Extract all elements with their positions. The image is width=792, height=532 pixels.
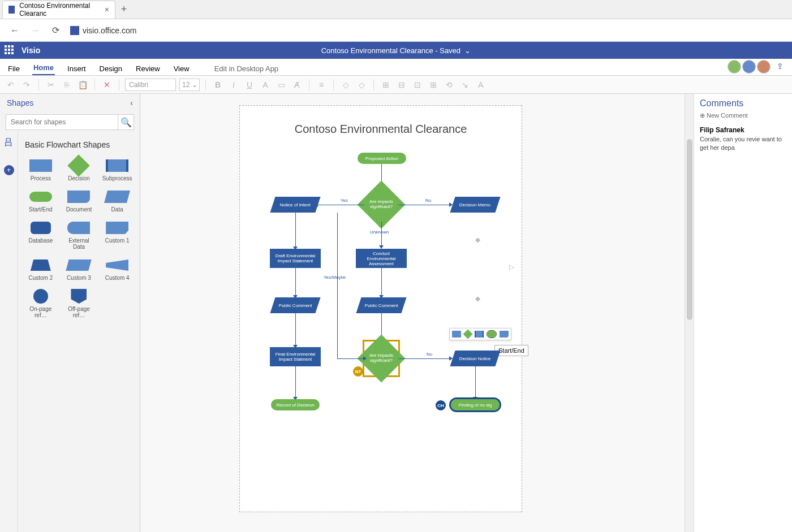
bold-button[interactable]: B	[212, 79, 224, 91]
shape-decision[interactable]: Decision	[61, 156, 97, 184]
new-comment-button[interactable]: New Comment	[700, 112, 786, 119]
node-record-decision[interactable]: Record of Decision	[271, 399, 320, 410]
shape-custom3[interactable]: Custom 3	[61, 256, 97, 283]
qs-document-icon[interactable]	[500, 331, 509, 338]
shape-process[interactable]: Process	[23, 156, 59, 184]
node-public-comment-1[interactable]: Public Comment	[270, 297, 320, 313]
node-impacts-significant[interactable]: Are impacts significant?	[364, 188, 398, 222]
font-color-button[interactable]: A	[259, 79, 272, 91]
node-finding[interactable]: Finding of no sig	[451, 399, 500, 410]
presence-avatar[interactable]	[742, 60, 756, 73]
shape-subprocess[interactable]: Subprocess	[99, 156, 135, 184]
node-impacts-significant-2[interactable]: Are impacts significant?	[364, 341, 398, 375]
undo-button[interactable]: ↶	[5, 79, 17, 91]
comments-title: Comments	[700, 98, 786, 109]
tab-design[interactable]: Design	[98, 62, 123, 75]
qs-decision-icon[interactable]	[463, 330, 473, 339]
presence-avatar[interactable]	[728, 60, 741, 73]
node-notice-intent[interactable]: Notice of Intent	[270, 197, 320, 213]
shapes-search-input[interactable]	[6, 115, 118, 129]
workspace: Shapes ‹ 🔍 吕 + Basic Flowchart Shapes Pr…	[0, 94, 792, 532]
collapse-panel-icon[interactable]: ‹	[130, 98, 133, 107]
node-proposed-action[interactable]: Proposed Action	[358, 153, 406, 164]
redo-button[interactable]: ↷	[20, 79, 33, 91]
scroll-thumb[interactable]	[687, 139, 692, 320]
clear-format-button[interactable]: A̸	[291, 79, 303, 91]
shape-offpage-ref[interactable]: Off-page ref…	[61, 287, 97, 321]
back-button[interactable]: ←	[9, 25, 20, 36]
align-shapes-button[interactable]: ⊟	[395, 79, 408, 91]
font-family-select[interactable]: Calibri	[125, 79, 176, 91]
shape-document[interactable]: Document	[61, 187, 97, 215]
add-stencil-button[interactable]: +	[4, 165, 14, 175]
italic-button[interactable]: I	[227, 79, 240, 91]
shape-custom4[interactable]: Custom 4	[99, 256, 135, 283]
node-conduct-ea[interactable]: Conduct Environmental Assessment	[356, 249, 407, 268]
arrange-button[interactable]: ⊞	[380, 79, 392, 91]
shape-external-data[interactable]: External Data	[61, 218, 97, 252]
shapes-panel-header: Shapes ‹	[0, 94, 140, 112]
delete-button[interactable]: ✕	[101, 79, 113, 91]
browser-toolbar: ← → ⟳ visio.office.com	[0, 19, 792, 42]
comment-text: Coralie, can you revie want to get her d…	[700, 135, 786, 153]
new-tab-button[interactable]: +	[115, 3, 132, 15]
comment-author: Filip Safranek	[700, 126, 786, 134]
stencil-icon[interactable]: 吕	[4, 137, 14, 147]
tab-review[interactable]: Review	[135, 62, 161, 75]
highlight-button[interactable]: ▭	[275, 79, 287, 91]
align-button[interactable]: ≡	[315, 79, 328, 91]
page[interactable]: Contoso Environmental Clearance Proposed…	[239, 105, 522, 512]
shape-custom1[interactable]: Custom 1	[99, 218, 135, 252]
stencil-title: Basic Flowchart Shapes	[23, 137, 135, 156]
node-decision-notice[interactable]: Decision Notice	[450, 351, 500, 366]
tab-home[interactable]: Home	[32, 61, 55, 75]
badge-ch: CH	[436, 400, 446, 410]
node-draft-eis[interactable]: Draft Environmental Impact Statement	[270, 249, 321, 268]
shape-onpage-ref[interactable]: On-page ref…	[23, 287, 59, 321]
node-final-eis[interactable]: Final Environmental Impact Statment	[270, 347, 321, 366]
shape-startend[interactable]: Start/End	[23, 187, 59, 215]
search-icon[interactable]: 🔍	[118, 115, 134, 129]
shape-database[interactable]: Database	[23, 218, 59, 252]
qs-process-icon[interactable]	[452, 331, 461, 338]
underline-button[interactable]: U	[243, 79, 256, 91]
copy-button[interactable]: ⎘	[61, 79, 73, 91]
qs-startend-icon[interactable]	[487, 331, 496, 338]
paste-button[interactable]: 📋	[76, 79, 89, 91]
presence-list: ⇪	[728, 60, 786, 73]
cut-button[interactable]: ✂	[45, 79, 57, 91]
shape-data[interactable]: Data	[99, 187, 135, 215]
shapes-search[interactable]: 🔍	[6, 114, 134, 130]
close-tab-icon[interactable]: ×	[105, 5, 109, 14]
presence-avatar[interactable]	[757, 60, 771, 73]
canvas[interactable]: Contoso Environmental Clearance Proposed…	[140, 94, 685, 532]
shape-custom2[interactable]: Custom 2	[23, 256, 59, 283]
vertical-scrollbar[interactable]	[685, 94, 694, 532]
document-title[interactable]: Contoso Environmental Clearance - Saved …	[321, 46, 471, 55]
node-public-comment-2[interactable]: Public Comment	[356, 297, 406, 313]
address-bar[interactable]: visio.office.com	[70, 26, 136, 35]
edit-in-desktop[interactable]: Edit in Desktop App	[213, 62, 279, 75]
share-icon[interactable]: ⇪	[774, 60, 786, 72]
line-color-button[interactable]: ◇	[355, 79, 368, 91]
connector-button[interactable]: ↘	[459, 79, 471, 91]
shapes-panel: Shapes ‹ 🔍 吕 + Basic Flowchart Shapes Pr…	[0, 94, 140, 532]
position-button[interactable]: ⊡	[411, 79, 424, 91]
refresh-button[interactable]: ⟳	[50, 25, 61, 36]
ribbon-tab-row: File Home Insert Design Review View Edit…	[0, 59, 792, 76]
app-launcher-icon[interactable]	[5, 45, 15, 55]
forward-button[interactable]: →	[29, 25, 41, 36]
browser-tab[interactable]: Contoso Environmental Clearanc ×	[2, 1, 115, 19]
node-decision-memo[interactable]: Decision Memo	[450, 197, 500, 213]
font-size-select[interactable]: 12 ⌄	[179, 79, 200, 91]
fill-color-button[interactable]: ◇	[339, 79, 352, 91]
tab-view[interactable]: View	[173, 62, 191, 75]
group-button[interactable]: ⊞	[427, 79, 440, 91]
shapes-panel-title: Shapes	[7, 98, 33, 107]
qs-subprocess-icon[interactable]	[475, 331, 484, 338]
tab-insert[interactable]: Insert	[66, 62, 87, 75]
text-button[interactable]: A	[475, 79, 487, 91]
tab-file[interactable]: File	[7, 62, 21, 75]
rotate-button[interactable]: ⟲	[443, 79, 455, 91]
quick-shapes-toolbar[interactable]	[449, 328, 511, 340]
